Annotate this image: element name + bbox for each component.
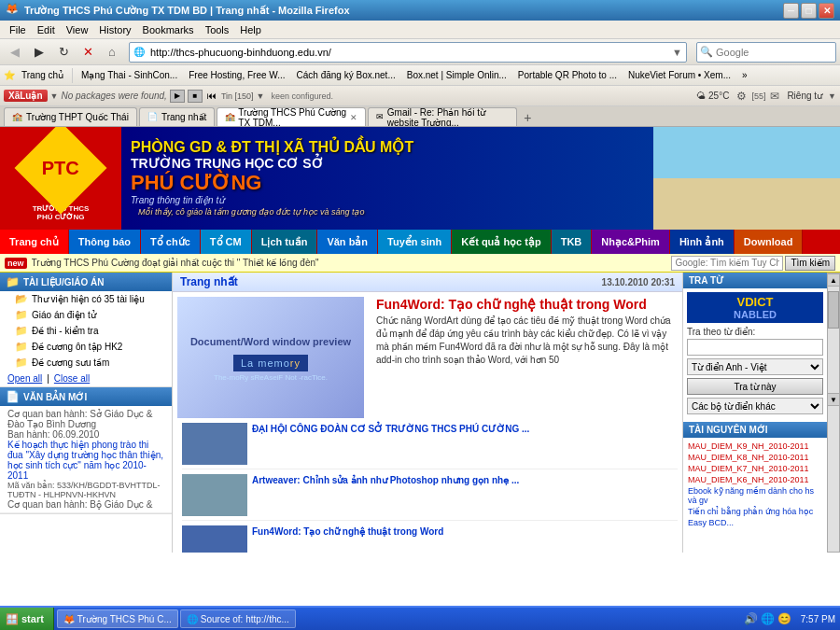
bookmark-mang-thai[interactable]: Mạng Thai - SinhCon... xyxy=(77,69,182,81)
article-main: Document/Word window preview La memory T… xyxy=(173,292,682,423)
taskbar-icon-1: 🌐 xyxy=(187,614,198,624)
tai-nguyen-item-4[interactable]: Ebook kỹ năng mềm dành cho hs và gv xyxy=(688,485,822,506)
titlebar: 🦊 Trường THCS Phú Cường TX TDM BD | Tran… xyxy=(0,0,840,21)
tab-close-3[interactable]: ✕ xyxy=(350,113,357,122)
tai-lieu-item-2[interactable]: 📁 Đề thi - kiểm tra xyxy=(0,323,172,339)
menu-bookmarks[interactable]: Bookmarks xyxy=(137,22,200,37)
site-main: PTC TRƯỜNG THCSPHÚ CƯỜNG PHÒNG GD & ĐT T… xyxy=(0,127,840,611)
start-button[interactable]: 🪟 start xyxy=(0,608,54,630)
tai-lieu-item-1[interactable]: 📁 Giáo án điện tử xyxy=(0,307,172,323)
article-link-1[interactable]: Artweaver: Chỉnh sửa ảnh như Photoshop n… xyxy=(252,475,519,485)
back-button[interactable]: ◀ xyxy=(4,42,26,63)
tra-tu-body: VDICT NABLED Tra theo từ điển: Từ điển A… xyxy=(683,288,827,418)
menu-history[interactable]: History xyxy=(93,22,136,37)
nav-tocm[interactable]: Tổ CM xyxy=(201,230,252,254)
dict-select[interactable]: Từ điển Anh - Việt xyxy=(687,358,823,375)
article-title[interactable]: Fun4Word: Tạo chữ nghệ thuật trong Word xyxy=(376,297,673,312)
trang-nhat-header: Trang nhất 13.10.2010 20:31 xyxy=(173,273,682,292)
bookmark-nukeviet[interactable]: NukeViet Forum • Xem... xyxy=(623,69,735,81)
nav-trangchu[interactable]: Trang chủ xyxy=(0,230,69,254)
tab-gmail[interactable]: ✉ Gmail - Re: Phản hồi từ website Trường… xyxy=(368,107,517,126)
taskbar-item-1[interactable]: 🌐 Source of: http://thc... xyxy=(180,609,296,628)
tai-nguyen-item-3[interactable]: MAU_DIEM_K6_NH_2010-2011 xyxy=(688,474,822,485)
nav-tkb[interactable]: TKB xyxy=(552,230,593,254)
scroll-thumb[interactable] xyxy=(828,291,839,329)
address-bar[interactable]: 🌐 ▼ xyxy=(129,42,687,63)
dict-search-input[interactable] xyxy=(687,339,823,356)
close-button[interactable]: ✕ xyxy=(819,3,834,19)
nav-lichhuan[interactable]: Lịch tuần xyxy=(252,230,318,254)
taskbar-item-0[interactable]: 🦊 Trường THCS Phú C... xyxy=(57,609,178,628)
nav-tuyensinh[interactable]: Tuyển sinh xyxy=(378,230,452,254)
bookmark-portable-qr[interactable]: Portable QR Photo to ... xyxy=(513,69,622,81)
tai-nguyen-item-2[interactable]: MAU_DIEM_K7_NH_2010-2011 xyxy=(688,463,822,474)
menu-file[interactable]: File xyxy=(4,22,32,37)
tai-lieu-text-4: Đề cương sưu tầm xyxy=(32,357,109,368)
main-scrollbar[interactable]: ▲ ▼ xyxy=(827,273,840,553)
van-ban-title[interactable]: Kế hoạch thực hiện phong trào thi đua "X… xyxy=(7,440,164,481)
tai-lieu-section: 📁 TÀI LIỆU/GIÁO ÁN 📂 Thư viện hiện có 35… xyxy=(0,273,172,387)
bookmark-cach-dang-ky[interactable]: Cách đăng ký Box.net... xyxy=(292,69,400,81)
tai-lieu-text-3: Đề cương ôn tập HK2 xyxy=(32,342,122,352)
close-all-link[interactable]: Close all xyxy=(54,373,90,384)
tai-lieu-item-3[interactable]: 📁 Đề cương ôn tập HK2 xyxy=(0,339,172,355)
scroll-down-button[interactable]: ▼ xyxy=(827,393,840,406)
menu-view[interactable]: View xyxy=(61,22,94,37)
article-link-2[interactable]: Fun4Word: Tạo chữ nghệ thuật trong Word xyxy=(252,526,443,537)
tab-favicon-2: 📄 xyxy=(147,112,159,123)
media-play-button[interactable]: ▶ xyxy=(170,90,185,103)
nav-thongbao[interactable]: Thông báo xyxy=(69,230,141,254)
menu-tools[interactable]: Tools xyxy=(200,22,235,37)
stop-button[interactable]: ✕ xyxy=(77,42,99,63)
tab-trang-nhat[interactable]: 📄 Trang nhất xyxy=(139,107,215,126)
firefox-icon: 🦊 xyxy=(6,3,21,18)
tai-lieu-item-0[interactable]: 📂 Thư viện hiện có 35 tài liệu xyxy=(0,291,172,307)
nav-hinh-anh[interactable]: Hình ảnh xyxy=(670,230,735,254)
taskbar: 🪟 start 🦊 Trường THCS Phú C... 🌐 Source … xyxy=(0,606,840,630)
tai-nguyen-item-5[interactable]: Tiến chỉ bằng phản ứng hóa học xyxy=(688,506,822,517)
tai-nguyen-item-1[interactable]: MAU_DIEM_K8_NH_2010-2011 xyxy=(688,452,822,463)
tai-nguyen-item-0[interactable]: MAU_DIEM_K9_NH_2010-2011 xyxy=(688,441,822,452)
nav-tochuc[interactable]: Tổ chức xyxy=(141,230,201,254)
new-tab-button[interactable]: + xyxy=(519,109,536,126)
xaluan-label[interactable]: XãLuận xyxy=(4,90,48,102)
school-image xyxy=(653,127,840,230)
mail-icon[interactable]: ✉ xyxy=(768,90,781,103)
open-all-link[interactable]: Open all xyxy=(7,373,42,384)
logo-text: PTC xyxy=(42,158,79,179)
media-stop-button[interactable]: ■ xyxy=(188,90,203,103)
menu-help[interactable]: Help xyxy=(234,22,267,37)
nav-ketqua[interactable]: Kết quả học tập xyxy=(452,230,551,254)
bookmark-trangchu[interactable]: Trang chủ xyxy=(17,69,68,81)
tra-tu-button[interactable]: Tra từ này xyxy=(687,378,823,395)
nav-nhac-phim[interactable]: Nhạc&Phim xyxy=(592,230,670,254)
bookmark-more[interactable]: » xyxy=(737,69,752,81)
home-button[interactable]: ⌂ xyxy=(101,42,123,63)
tray-icon-2: 🌐 xyxy=(761,612,775,625)
nav-download[interactable]: Download xyxy=(735,230,804,254)
bookmark-free-hosting[interactable]: Free Hosting, Free W... xyxy=(184,69,289,81)
forward-button[interactable]: ▶ xyxy=(28,42,50,63)
search-input[interactable] xyxy=(716,47,840,58)
tab-favicon-3: 🏫 xyxy=(225,112,235,123)
menu-edit[interactable]: Edit xyxy=(32,22,61,37)
tai-nguyen-item-6[interactable]: Easy BCD... xyxy=(688,517,822,528)
nav-vanban[interactable]: Văn bản xyxy=(317,230,378,254)
inline-search-input[interactable] xyxy=(671,256,783,271)
article-link-0[interactable]: ĐẠI HỘI CÔNG ĐOÀN CƠ SỞ TRƯỜNG THCS PHÚ … xyxy=(252,424,529,434)
cac-bo-select[interactable]: Các bộ từ điển khác xyxy=(687,398,823,414)
tai-lieu-text-2: Đề thi - kiểm tra xyxy=(32,326,98,336)
menubar: File Edit View History Bookmarks Tools H… xyxy=(0,21,840,39)
tai-lieu-item-4[interactable]: 📁 Đề cương sưu tầm xyxy=(0,355,172,371)
inline-search-button[interactable]: Tìm kiếm xyxy=(785,256,835,271)
tab-truong-thpt[interactable]: 🏫 Trường THPT Quốc Thái xyxy=(4,107,137,126)
maximize-button[interactable]: □ xyxy=(801,3,817,19)
tab-label-2: Trang nhất xyxy=(161,112,206,122)
minimize-button[interactable]: ─ xyxy=(783,3,799,19)
tab-truong-thcs[interactable]: 🏫 Trường THCS Phú Cường TX TDM... ✕ xyxy=(217,107,366,126)
address-input[interactable] xyxy=(148,47,668,58)
bookmark-box-net[interactable]: Box.net | Simple Onlin... xyxy=(402,69,511,81)
scroll-up-button[interactable]: ▲ xyxy=(827,273,840,287)
refresh-button[interactable]: ↻ xyxy=(52,42,75,63)
toolbar: ◀ ▶ ↻ ✕ ⌂ 🌐 ▼ 🔍 ▶ xyxy=(0,39,840,65)
